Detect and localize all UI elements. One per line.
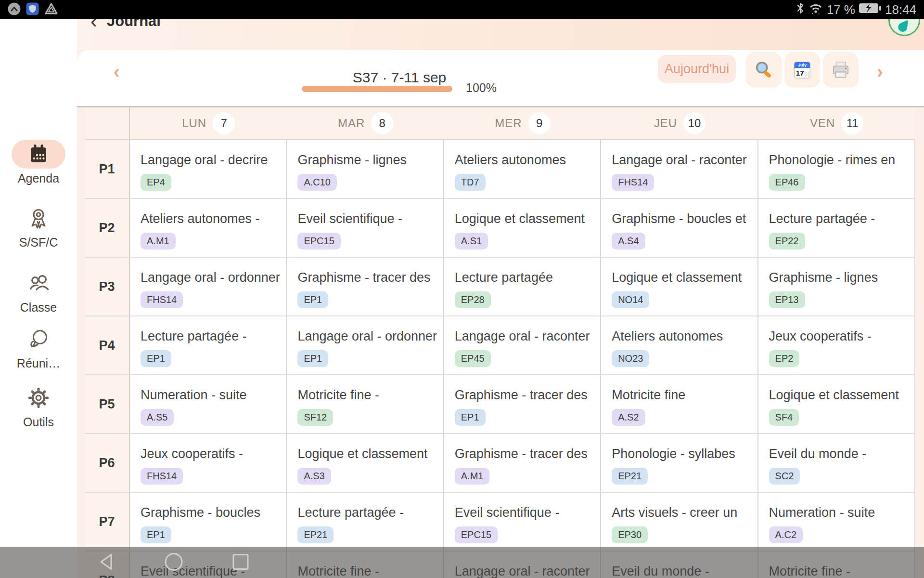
- day-header[interactable]: JEU10: [601, 107, 758, 139]
- lesson-cell[interactable]: Eveil scientifique -EPC15: [444, 493, 601, 551]
- lesson-cell[interactable]: Graphisme - lignesA.C10: [287, 140, 444, 198]
- lesson-title: Logique et classement: [769, 388, 910, 403]
- lesson-cell[interactable]: Langage oral - raconterFHS14: [601, 140, 758, 198]
- wifi-icon: [808, 2, 823, 18]
- period-label: P3: [85, 258, 130, 315]
- lesson-badge: A.S5: [141, 409, 174, 426]
- lesson-cell[interactable]: Arts visuels - creer unEP30: [601, 493, 758, 551]
- lesson-cell[interactable]: Ateliers autonomesNO23: [601, 316, 758, 374]
- lesson-title: Eveil scientifique -: [455, 505, 595, 520]
- period-label: P6: [85, 434, 130, 492]
- back-chevron-icon[interactable]: ‹: [90, 19, 97, 31]
- lesson-cell[interactable]: Phonologie - rimes enEP46: [758, 140, 915, 198]
- day-name: MER: [495, 117, 522, 130]
- lesson-cell[interactable]: Langage oral - raconterEP45: [444, 316, 601, 374]
- page-title: Journal: [107, 19, 161, 30]
- sidebar-item-agenda[interactable]: Agenda: [0, 140, 77, 185]
- lesson-title: Jeux cooperatifs -: [769, 329, 910, 344]
- lesson-badge: EP1: [297, 350, 328, 367]
- day-number: 11: [841, 112, 863, 134]
- calendar-picker-icon: July 17: [791, 59, 813, 81]
- lesson-title: Ateliers autonomes: [455, 153, 595, 168]
- corner-cell: [85, 107, 130, 139]
- system-status: 17 % 18:44: [796, 0, 916, 19]
- lesson-title: Langage oral - ordonner: [141, 270, 281, 285]
- sidebar-item-classe[interactable]: Classe: [0, 269, 77, 315]
- calendar-picker-button[interactable]: July 17: [784, 52, 820, 88]
- day-number: 7: [213, 112, 235, 134]
- lesson-title: Graphisme - lignes: [297, 153, 438, 168]
- day-header[interactable]: MER9: [444, 107, 601, 139]
- sidebar-item-ssfc[interactable]: S/SF/C: [0, 204, 77, 250]
- nav-recents-button[interactable]: [232, 553, 249, 572]
- lesson-cell[interactable]: Lecture partagée -EP22: [758, 199, 915, 257]
- lesson-cell[interactable]: Ateliers autonomesTD7: [444, 140, 601, 198]
- day-header[interactable]: MAR8: [287, 107, 444, 139]
- today-button[interactable]: Aujourd'hui: [658, 55, 736, 83]
- lesson-title: Arts visuels - creer un: [612, 505, 752, 520]
- lesson-cell[interactable]: Graphisme - bouclesEP1: [130, 493, 287, 551]
- lesson-cell[interactable]: Jeux cooperatifs -FHS14: [130, 434, 287, 492]
- lesson-cell[interactable]: Graphisme - tracer desEP1: [287, 258, 444, 315]
- next-week-button[interactable]: ›: [877, 62, 883, 82]
- lesson-cell[interactable]: Jeux cooperatifs -EP2: [758, 316, 915, 374]
- lesson-title: Motricite fine -: [297, 388, 438, 403]
- clock: 18:44: [885, 0, 916, 19]
- lesson-cell[interactable]: Numeration - suiteA.C2: [758, 493, 915, 551]
- period-row: P6Jeux cooperatifs -FHS14Logique et clas…: [85, 434, 915, 493]
- lesson-title: Graphisme - lignes: [769, 270, 910, 285]
- lesson-badge: EP1: [141, 526, 171, 543]
- lesson-cell[interactable]: Eveil du monde -SC2: [758, 434, 915, 492]
- lesson-cell[interactable]: Numeration - suiteA.S5: [130, 375, 287, 433]
- lesson-cell[interactable]: Logique et classementA.S3: [287, 434, 444, 492]
- lesson-cell[interactable]: Langage oral - ordonnerEP1: [287, 316, 444, 374]
- day-header[interactable]: VEN11: [758, 107, 915, 139]
- search-button[interactable]: [746, 52, 782, 88]
- lesson-cell[interactable]: Motricite fineA.S2: [601, 375, 758, 433]
- lesson-cell[interactable]: Langage oral - ordonnerFHS14: [130, 258, 287, 315]
- lesson-title: Langage oral - decrire: [141, 153, 281, 168]
- lesson-badge: EP2: [769, 350, 800, 367]
- grid-body: P1Langage oral - decrireEP4Graphisme - l…: [85, 140, 915, 578]
- lesson-cell[interactable]: Phonologie - syllabesEP21: [601, 434, 758, 492]
- svg-text:July: July: [798, 63, 807, 67]
- nav-home-button[interactable]: [164, 552, 183, 573]
- sidebar-item-reunions[interactable]: Réuni…: [0, 325, 77, 370]
- nav-back-button[interactable]: [98, 552, 114, 572]
- avatar[interactable]: [888, 19, 920, 36]
- lesson-cell[interactable]: Graphisme - tracer desA.M1: [444, 434, 601, 492]
- lesson-cell[interactable]: Eveil scientifique -EPC15: [287, 199, 444, 257]
- lesson-badge: EP21: [612, 468, 648, 485]
- lesson-cell[interactable]: Graphisme - lignesEP13: [758, 258, 915, 315]
- shield-icon: [26, 2, 39, 17]
- lesson-cell[interactable]: Logique et classementSF4: [758, 375, 915, 433]
- lesson-cell[interactable]: Graphisme - tracer desEP1: [444, 375, 601, 433]
- day-name: LUN: [182, 117, 206, 130]
- lesson-cell[interactable]: Ateliers autonomes -A.M1: [130, 199, 287, 257]
- period-row: P1Langage oral - decrireEP4Graphisme - l…: [85, 140, 915, 199]
- lesson-title: Logique et classement: [297, 447, 438, 461]
- lesson-cell[interactable]: Logique et classementA.S1: [444, 199, 601, 257]
- lesson-title: Langage oral - raconter: [455, 329, 595, 344]
- people-icon: [12, 269, 65, 298]
- app-header: ‹ Journal: [77, 19, 924, 50]
- lesson-cell[interactable]: Lecture partagéeEP28: [444, 258, 601, 315]
- day-header[interactable]: LUN7: [130, 107, 287, 139]
- lesson-cell[interactable]: Lecture partagée -EP21: [287, 493, 444, 551]
- lesson-badge: EP1: [455, 409, 486, 426]
- lesson-title: Logique et classement: [455, 211, 595, 226]
- prev-week-button[interactable]: ‹: [114, 62, 120, 82]
- sidebar-item-outils[interactable]: Outils: [0, 383, 77, 429]
- lesson-title: Graphisme - boucles: [141, 505, 281, 520]
- lesson-cell[interactable]: Motricite fine -SF12: [287, 375, 444, 433]
- print-button[interactable]: [823, 52, 859, 88]
- lesson-cell[interactable]: Logique et classementNO14: [601, 258, 758, 315]
- lesson-badge: A.C10: [297, 174, 337, 191]
- lesson-cell[interactable]: Langage oral - decrireEP4: [130, 140, 287, 198]
- lesson-badge: A.S4: [612, 233, 645, 250]
- lesson-cell[interactable]: Graphisme - boucles etA.S4: [601, 199, 758, 257]
- lesson-cell[interactable]: Lecture partagée -EP1: [130, 316, 287, 374]
- lesson-badge: A.M1: [455, 468, 490, 485]
- lesson-title: Phonologie - rimes en: [769, 153, 910, 168]
- day-header-row: LUN7MAR8MER9JEU10VEN11: [85, 107, 915, 140]
